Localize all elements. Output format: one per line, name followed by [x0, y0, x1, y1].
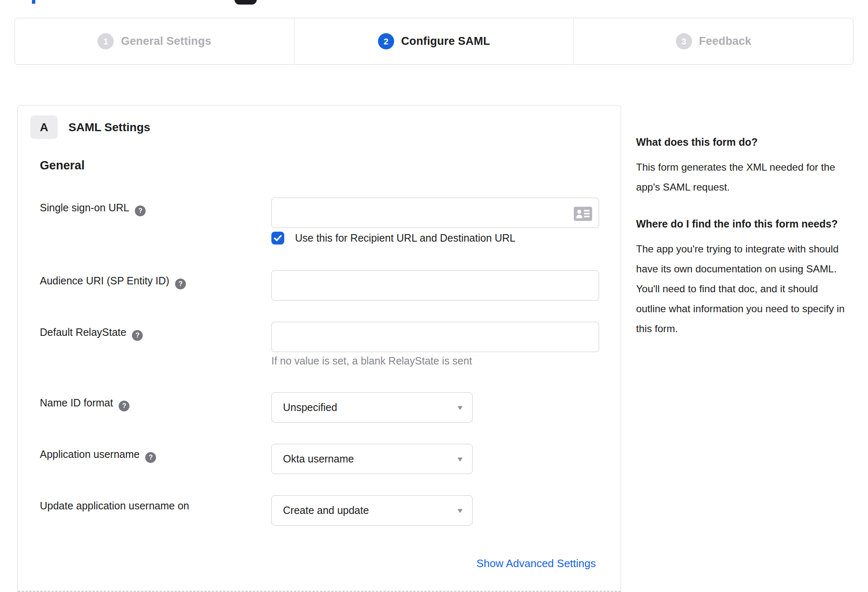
help-text-form-purpose: This form generates the XML needed for t… [636, 157, 848, 197]
name-id-format-help-icon[interactable]: ? [119, 401, 129, 411]
section-a-badge: A [30, 115, 58, 139]
default-relaystate-label-text: Default RelayState [40, 326, 126, 338]
sso-url-help-icon[interactable]: ? [135, 205, 146, 216]
name-id-format-label-text: Name ID format [40, 397, 113, 409]
audience-uri-input[interactable] [271, 270, 599, 301]
default-relaystate-help-icon[interactable]: ? [132, 330, 143, 341]
step-3-label: Feedback [699, 35, 751, 48]
application-username-label: Application username? [40, 448, 156, 463]
advanced-settings-row: Show Advanced Settings [476, 557, 596, 570]
panel-title: SAML Settings [68, 121, 150, 134]
sso-url-label-text: Single sign-on URL [40, 202, 129, 213]
help-heading-find-info: Where do I find the info this form needs… [636, 215, 848, 233]
step-feedback[interactable]: 3 Feedback [573, 18, 853, 64]
step-1-number-badge: 1 [98, 33, 114, 49]
step-configure-saml[interactable]: 2 Configure SAML [294, 18, 574, 64]
audience-uri-label-text: Audience URI (SP Entity ID) [40, 275, 169, 286]
step-general-settings[interactable]: 1 General Settings [15, 18, 294, 64]
help-heading-form-purpose: What does this form do? [636, 133, 848, 152]
name-id-format-select[interactable]: Unspecified ▾ [271, 392, 473, 423]
application-username-label-text: Application username [40, 448, 139, 460]
update-application-username-selected-value: Create and update [283, 504, 369, 516]
dropdown-caret-icon: ▾ [458, 454, 463, 464]
checkbox-check-icon [274, 235, 282, 241]
show-advanced-settings-link[interactable]: Show Advanced Settings [476, 557, 596, 570]
name-id-format-selected-value: Unspecified [283, 401, 337, 413]
default-relaystate-input[interactable] [271, 322, 599, 352]
sso-url-label: Single sign-on URL? [40, 202, 146, 216]
audience-uri-help-icon[interactable]: ? [175, 279, 186, 289]
application-username-help-icon[interactable]: ? [145, 452, 156, 463]
sso-url-input[interactable] [271, 198, 599, 228]
application-username-selected-value: Okta username [283, 453, 354, 465]
recipient-url-checkbox-label: Use this for Recipient URL and Destinati… [295, 232, 515, 244]
cropped-blue-title-fragment [32, 0, 35, 4]
general-section-heading: General [40, 159, 85, 172]
dropdown-caret-icon: ▾ [458, 506, 463, 515]
help-text-find-info: The app you're trying to integrate with … [636, 239, 848, 339]
recipient-url-checkbox-row: Use this for Recipient URL and Destinati… [271, 232, 515, 245]
step-2-number-badge: 2 [378, 33, 394, 49]
step-2-label: Configure SAML [401, 35, 490, 48]
name-id-format-label: Name ID format? [40, 397, 129, 411]
saml-configuration-page: 1 General Settings 2 Configure SAML 3 Fe… [0, 0, 868, 592]
audience-uri-label: Audience URI (SP Entity ID)? [40, 275, 186, 289]
relaystate-hint-text: If no value is set, a blank RelayState i… [271, 355, 472, 367]
wizard-stepper: 1 General Settings 2 Configure SAML 3 Fe… [15, 18, 853, 65]
step-1-label: General Settings [121, 35, 211, 48]
update-application-username-label: Update application username on [40, 500, 189, 512]
update-application-username-label-text: Update application username on [40, 500, 189, 511]
help-sidebar: What does this form do? This form genera… [636, 133, 848, 356]
update-application-username-select[interactable]: Create and update ▾ [271, 495, 473, 526]
application-username-select[interactable]: Okta username ▾ [271, 444, 473, 474]
recipient-url-checkbox[interactable] [271, 232, 284, 245]
saml-settings-panel: A SAML Settings General Single sign-on U… [17, 105, 621, 592]
step-3-number-badge: 3 [676, 33, 692, 49]
dropdown-caret-icon: ▾ [458, 403, 463, 412]
default-relaystate-label: Default RelayState? [40, 326, 143, 341]
cropped-dark-icon-fragment [234, 0, 257, 5]
